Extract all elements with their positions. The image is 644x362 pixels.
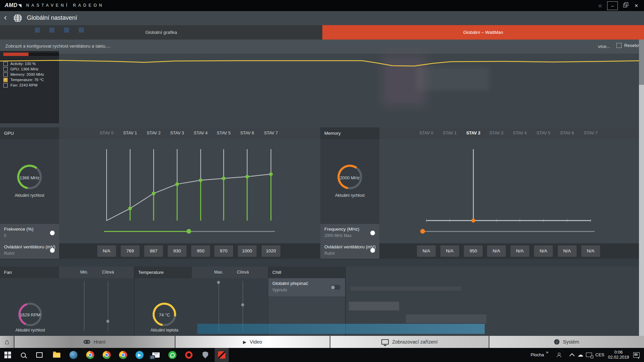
state-tab[interactable]: STAV 0 [419, 127, 433, 139]
desktop-toolbar[interactable]: Plocha [531, 352, 544, 357]
mail-button[interactable]: 25 [149, 348, 163, 362]
nav-home[interactable]: ⌂ [0, 336, 14, 348]
state-value[interactable]: N/A [534, 245, 553, 257]
state-value[interactable]: N/A [511, 245, 529, 257]
state-value[interactable]: N/A [417, 245, 436, 257]
state-tab[interactable]: STAV 2 [466, 127, 480, 139]
state-tab[interactable]: STAV 7 [264, 127, 278, 139]
more-link[interactable]: více... [598, 44, 610, 49]
legend-checkbox[interactable] [3, 83, 8, 87]
state-tab[interactable]: STAV 1 [123, 127, 137, 139]
clock[interactable]: 0:06 02.02.2019 [606, 350, 631, 360]
whatsapp-button[interactable] [165, 348, 179, 362]
slider-thumb[interactable] [186, 229, 191, 234]
antivirus-button[interactable] [198, 348, 212, 362]
opera-button[interactable] [182, 348, 196, 362]
gpu-frequency-slider[interactable] [104, 229, 275, 234]
toggle[interactable] [50, 248, 55, 253]
amd-brand: AMD [5, 2, 17, 8]
state-value[interactable]: 930 [168, 245, 186, 257]
gpu-gauge-value: 1366 MHz [0, 175, 59, 180]
scrollbar-thumb[interactable] [639, 40, 644, 85]
onedrive-icon[interactable]: ☁ [578, 351, 583, 358]
radeon-settings-button[interactable] [215, 348, 229, 362]
state-tab[interactable]: STAV 3 [489, 127, 503, 139]
toolbar-overflow-icon[interactable]: » [546, 350, 548, 355]
maximize-button[interactable] [619, 1, 631, 10]
state-value[interactable]: N/A [558, 245, 577, 257]
scrollbar[interactable] [639, 40, 644, 336]
network-icon[interactable] [586, 353, 592, 357]
favorite-star-icon[interactable]: ☆ [594, 1, 606, 10]
browser-button[interactable] [66, 348, 80, 362]
legend-item[interactable]: Fan: 2243 RPM [3, 82, 58, 88]
legend-checkbox[interactable] [3, 78, 8, 82]
fan-min-slider[interactable] [84, 281, 85, 331]
search-button[interactable] [16, 348, 30, 362]
temp-max-slider-thumb[interactable] [217, 281, 220, 284]
state-value[interactable]: 887 [144, 245, 163, 257]
show-hidden-icons-chevron[interactable] [570, 353, 575, 359]
state-tab[interactable]: STAV 4 [194, 127, 208, 139]
state-value[interactable]: N/A [487, 245, 506, 257]
chill-toggle[interactable] [330, 285, 340, 290]
state-tab[interactable]: STAV 5 [537, 127, 550, 139]
state-tab[interactable]: STAV 5 [217, 127, 230, 139]
people-icon[interactable] [557, 353, 561, 357]
fan-target-slider-thumb[interactable] [106, 320, 109, 323]
state-tab[interactable]: STAV 0 [100, 127, 113, 139]
state-value[interactable]: 950 [191, 245, 210, 257]
state-tab[interactable]: STAV 6 [240, 127, 254, 139]
state-value[interactable]: N/A [581, 245, 600, 257]
toggle[interactable] [370, 231, 375, 235]
close-button[interactable]: ✕ [631, 1, 642, 10]
legend-label: Fan: 2243 RPM [10, 83, 38, 87]
minimize-button[interactable]: – [607, 1, 618, 10]
legend-item[interactable]: Activity: 100 % [3, 61, 58, 66]
state-value[interactable]: N/A [97, 245, 116, 257]
nav-video[interactable]: ▶ Video [175, 336, 330, 348]
back-button[interactable]: ‹ [4, 13, 7, 22]
temp-target-slider-thumb[interactable] [241, 303, 244, 306]
chrome-button-3[interactable] [116, 348, 130, 362]
memory-frequency-slider[interactable] [421, 229, 595, 234]
state-value[interactable]: 1020 [262, 245, 280, 257]
nav-gaming[interactable]: Hraní [14, 336, 175, 348]
language-indicator[interactable]: CES [595, 352, 604, 357]
state-tab[interactable]: STAV 6 [560, 127, 574, 139]
state-tab[interactable]: STAV 1 [443, 127, 457, 139]
telegram-button[interactable] [132, 348, 147, 362]
tab-global-wattman[interactable]: Globální – WattMan [322, 25, 644, 40]
nav-displays[interactable]: Zobrazovací zařízení [330, 336, 489, 348]
gpu-frequency-curve[interactable] [59, 139, 320, 224]
state-value[interactable]: 970 [214, 245, 233, 257]
state-value[interactable]: 950 [464, 245, 483, 257]
toggle[interactable] [370, 248, 375, 253]
state-value[interactable]: 1000 [238, 245, 257, 257]
memory-frequency-curve[interactable] [379, 139, 639, 224]
legend-checkbox[interactable] [3, 62, 8, 66]
fan-target-slider[interactable] [108, 281, 108, 331]
state-tab[interactable]: STAV 3 [170, 127, 184, 139]
legend-checkbox[interactable] [3, 72, 8, 77]
task-view-button[interactable] [32, 348, 46, 362]
legend-item[interactable]: GPU: 1366 MHz [3, 66, 58, 72]
legend-item[interactable]: Memory: 2000 MHz [3, 72, 58, 77]
start-button[interactable] [1, 348, 15, 362]
file-explorer-button[interactable] [50, 348, 64, 362]
state-value[interactable]: 769 [121, 245, 140, 257]
nav-system[interactable]: Systém [489, 336, 644, 348]
chrome-button-1[interactable] [83, 348, 97, 362]
chrome-button-2[interactable] [100, 348, 114, 362]
action-center-icon[interactable] [633, 352, 640, 358]
slider-track[interactable] [421, 231, 595, 232]
state-tab[interactable]: STAV 4 [513, 127, 527, 139]
state-tab[interactable]: STAV 2 [147, 127, 160, 139]
slider-thumb[interactable] [420, 229, 425, 234]
toggle[interactable] [50, 231, 55, 235]
tab-global-graphics[interactable]: Globální grafika [0, 25, 322, 40]
state-value[interactable]: N/A [440, 245, 459, 257]
legend-item[interactable]: Temperature: 76 °C [3, 77, 58, 82]
legend-checkbox[interactable] [3, 67, 8, 71]
state-tab[interactable]: STAV 7 [584, 127, 597, 139]
